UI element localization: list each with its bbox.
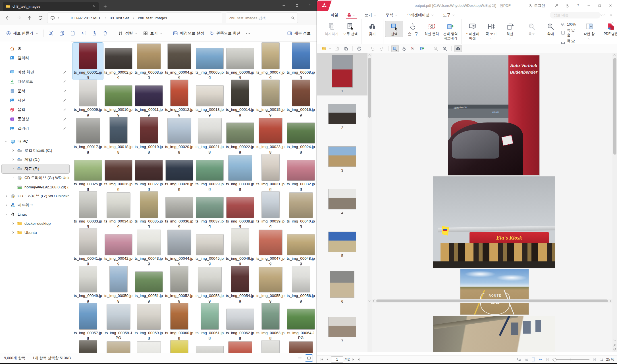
next-page-icon[interactable] <box>351 357 355 361</box>
file-item[interactable] <box>164 340 194 353</box>
pdf-page-4[interactable] <box>433 316 555 352</box>
file-item[interactable]: ts_img_00028.jpg <box>164 154 194 192</box>
sidebar-item-음악[interactable]: 음악 <box>2 105 69 114</box>
save-as-button[interactable] <box>342 45 350 52</box>
breadcrumb-segment[interactable]: 03.Test Set <box>109 15 130 21</box>
menu-보기[interactable]: 보기 <box>361 12 381 18</box>
file-item[interactable]: ts_img_00047.jpg <box>255 229 286 266</box>
file-item[interactable]: ts_img_00060.jpg <box>164 303 194 340</box>
ribbon-button-선택 영역 내보내기[interactable]: 선택 영역 내보내기 <box>441 21 460 41</box>
ribbon-button-모두 선택[interactable]: 모두 선택 <box>341 21 360 37</box>
page-thumbnail-1[interactable]: 1 <box>317 53 367 95</box>
search-box[interactable] <box>226 13 298 23</box>
menu-도구[interactable]: 도구 <box>439 12 459 18</box>
sidebar-item-다운로드[interactable]: 다운로드 <box>2 77 69 86</box>
page-thumbnail-3[interactable]: 3 <box>317 138 367 181</box>
menu-홈[interactable]: 홈 <box>343 12 360 18</box>
vertical-scrollbar[interactable] <box>612 53 617 352</box>
set-background-button[interactable]: 배경으로 설정 <box>170 29 207 38</box>
scroll-left-icon[interactable] <box>372 299 376 303</box>
file-item[interactable]: ts_img_00046.jpg <box>225 229 255 266</box>
file-item[interactable]: ts_img_00038.jpg <box>225 192 255 229</box>
single-page-icon[interactable] <box>545 357 550 362</box>
file-item[interactable]: ts_img_00033.jpg <box>73 192 103 229</box>
file-item[interactable]: ts_img_00045.jpg <box>194 229 225 266</box>
previous-page-icon[interactable] <box>613 343 617 347</box>
new-button[interactable]: 새로 만들기 <box>3 29 41 38</box>
file-item[interactable]: ts_img_00054.jpg <box>225 266 255 303</box>
file-item[interactable]: ts_img_00032.jpg <box>286 154 316 192</box>
scrollbar-thumb[interactable] <box>368 58 371 118</box>
pdf-page-1[interactable]: Büdenbender VOLVO Auto-Vertrieb Büdenben… <box>448 55 539 175</box>
file-item[interactable]: ts_img_00017.jpg <box>73 117 103 154</box>
rotate-left-button[interactable]: 왼쪽으로 회전 <box>207 29 243 38</box>
page-thumbnail-7[interactable]: 7 <box>317 309 367 351</box>
open-file-button[interactable] <box>320 45 328 52</box>
file-item[interactable]: ts_img_00022.jpg <box>225 117 255 154</box>
ribbon-button-선택[interactable]: 선택 <box>385 21 403 37</box>
tab-close-icon[interactable] <box>92 4 96 8</box>
file-item[interactable]: ts_img_00029.jpg <box>194 154 225 192</box>
file-item[interactable]: ts_img_00035.jpg <box>134 192 164 229</box>
breadcrumb-segment[interactable]: ch8_test_images <box>137 15 168 21</box>
horizontal-scrollbar[interactable] <box>372 299 612 303</box>
page-layout-icon[interactable] <box>592 357 597 362</box>
thumbnail-scrollbar[interactable] <box>367 53 372 352</box>
file-item[interactable]: ts_img_00002.jpg <box>103 43 134 80</box>
file-item[interactable]: ts_img_00061.jpg <box>194 303 225 340</box>
scroll-up-icon[interactable] <box>368 53 372 57</box>
file-item[interactable]: ts_img_00009.jpg <box>73 80 103 117</box>
ribbon-button-작업 창[interactable]: 작업 창 <box>580 21 598 41</box>
share-button[interactable] <box>89 28 100 38</box>
file-item[interactable] <box>103 340 134 353</box>
ribbon-button-손도구[interactable]: 손도구 <box>404 21 422 37</box>
tree-item-Linux[interactable]: Linux <box>2 210 69 219</box>
file-item[interactable]: ts_img_00040.jpg <box>286 192 316 229</box>
touch-mode-button[interactable] <box>562 1 572 10</box>
tree-item-home(₩₩192.168.0.28) (Z:)[interactable]: home(₩₩192.168.0.28) (Z:) <box>2 182 69 192</box>
file-item[interactable]: ts_img_00039.jpg <box>255 192 286 229</box>
chevron-right-icon[interactable] <box>5 203 8 207</box>
file-item[interactable]: ts_img_00058.JPG <box>103 303 134 340</box>
chevron-down-icon[interactable] <box>5 213 8 216</box>
fit-page-icon[interactable] <box>531 357 536 362</box>
chevron-right-icon[interactable] <box>11 149 15 152</box>
file-item[interactable]: ts_img_00024.jpg <box>286 117 316 154</box>
minimize-button[interactable] <box>277 0 290 11</box>
previous-page-icon[interactable] <box>325 357 329 361</box>
file-item[interactable] <box>194 340 225 353</box>
pdf-page-2[interactable]: Ela´s Kiosk <box>433 176 555 268</box>
file-item[interactable]: ts_img_00019.jpg <box>134 117 164 154</box>
chevron-right-icon[interactable] <box>11 231 15 234</box>
find-button[interactable] <box>454 45 462 52</box>
file-item[interactable]: ts_img_00013.jpg <box>194 80 225 117</box>
page-thumbnail-4[interactable]: 4 <box>317 181 367 223</box>
file-item[interactable]: ts_img_00015.jpg <box>255 80 286 117</box>
find-box[interactable] <box>550 12 601 18</box>
file-item[interactable]: ts_img_00034.jpg <box>103 192 134 229</box>
screen-capture-button[interactable] <box>410 45 417 52</box>
file-item[interactable]: ts_img_00010.jpg <box>103 80 134 117</box>
file-item[interactable]: ts_img_00042.jpg <box>103 229 134 266</box>
last-page-icon[interactable] <box>357 357 361 361</box>
file-item[interactable] <box>225 340 255 353</box>
fit-width-icon[interactable] <box>538 357 543 362</box>
more-options-button[interactable] <box>243 29 253 38</box>
ribbon-button-100%[interactable]: 100100% <box>561 22 576 27</box>
page-thumbnail-2[interactable]: 2 <box>317 95 367 138</box>
file-item[interactable]: ts_img_00057.jpg <box>73 303 103 340</box>
file-item[interactable]: ts_img_00025.jpg <box>73 154 103 192</box>
share-link-button[interactable] <box>552 1 561 10</box>
first-page-icon[interactable] <box>320 357 324 361</box>
file-item[interactable]: ts_img_00048.jpg <box>286 229 316 266</box>
redo-button[interactable] <box>378 45 385 52</box>
tree-item-CD 드라이브 (G:) WD Unlocker[interactable]: CD 드라이브 (G:) WD Unlocker <box>2 192 69 201</box>
tree-item-Ubuntu[interactable]: Ubuntu <box>2 228 69 237</box>
scrollbar-thumb[interactable] <box>613 58 616 155</box>
chevron-right-icon[interactable] <box>5 194 8 198</box>
page-number-input[interactable] <box>331 356 343 363</box>
zoom-lens-icon[interactable] <box>599 357 604 362</box>
close-button[interactable] <box>304 0 317 11</box>
explorer-active-tab[interactable]: ch8_test_images <box>3 2 99 11</box>
pdf-page-canvas[interactable]: Büdenbender VOLVO Auto-Vertrieb Büdenben… <box>372 53 612 352</box>
